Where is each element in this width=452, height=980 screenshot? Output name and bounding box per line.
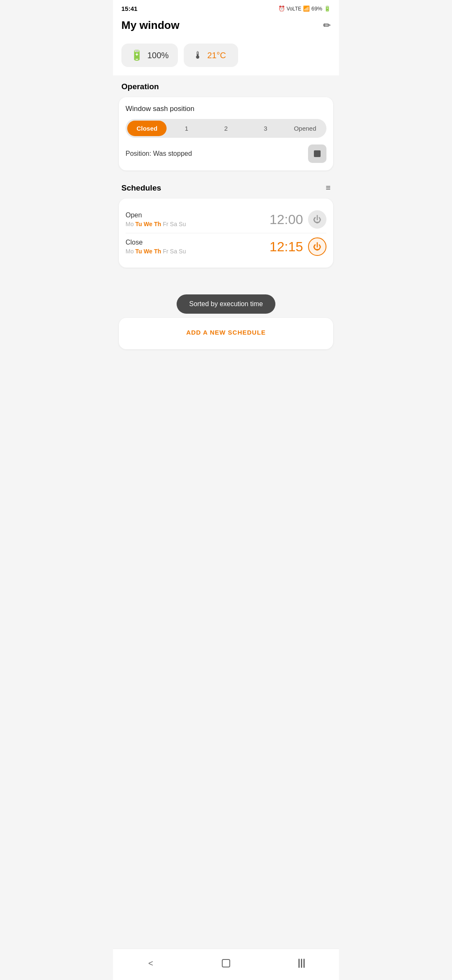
alarm-icon: ⏰ [278, 5, 285, 12]
day-su-close: Su [179, 248, 186, 255]
schedules-card: Open Mo Tu We Th Fr Sa Su 12:00 ⏻ [119, 199, 333, 268]
battery-value: 100% [147, 51, 169, 60]
day-tu-open: Tu [135, 221, 144, 227]
day-mo-open: Mo [126, 221, 135, 227]
day-we-open: We [144, 221, 154, 227]
status-time: 15:41 [121, 5, 137, 12]
day-su-open: Su [179, 221, 186, 227]
day-fr-open: Fr [163, 221, 170, 227]
day-sa-open: Sa [170, 221, 179, 227]
signal-icon: VoLTE [287, 6, 301, 12]
nav-home-button[interactable] [213, 955, 239, 972]
menu-lines-icon [298, 959, 305, 968]
power-off-icon-open: ⏻ [313, 215, 321, 224]
position-closed-btn[interactable]: Closed [127, 121, 167, 136]
position-selector: Closed 1 2 3 Opened [126, 119, 326, 138]
schedule-open-item: Open Mo Tu We Th Fr Sa Su 12:00 ⏻ [126, 206, 326, 233]
power-on-icon-close: ⏻ [313, 242, 321, 252]
schedule-close-right: 12:15 ⏻ [270, 237, 326, 256]
schedule-close-days: Mo Tu We Th Fr Sa Su [126, 248, 186, 255]
menu-line-1 [298, 959, 300, 968]
schedule-open-type: Open [126, 211, 186, 219]
day-fr-close: Fr [163, 248, 170, 255]
schedules-section-header: Schedules ≡ [113, 176, 339, 197]
schedule-open-left: Open Mo Tu We Th Fr Sa Su [126, 211, 186, 227]
day-th-open: Th [154, 221, 163, 227]
schedule-open-power-btn[interactable]: ⏻ [308, 210, 326, 229]
window-position-label: Window sash position [126, 105, 326, 113]
stop-button[interactable] [308, 144, 326, 163]
position-3-btn[interactable]: 3 [246, 121, 285, 136]
back-chevron-icon: < [148, 959, 153, 968]
temperature-card: 🌡 21°C [184, 44, 238, 67]
nav-menu-button[interactable] [289, 955, 314, 972]
position-1-btn[interactable]: 1 [167, 121, 206, 136]
day-th-close: Th [154, 248, 163, 255]
menu-line-3 [303, 959, 305, 968]
spacer [113, 273, 339, 290]
schedule-close-time: 12:15 [270, 239, 303, 255]
stop-icon [314, 150, 321, 157]
position-status-text: Position: Was stopped [126, 150, 192, 157]
position-2-btn[interactable]: 2 [206, 121, 246, 136]
day-tu-close: Tu [135, 248, 144, 255]
toast-message: Sorted by execution time [177, 294, 275, 314]
schedule-close-left: Close Mo Tu We Th Fr Sa Su [126, 239, 186, 255]
network-icon: 📶 [303, 5, 310, 12]
position-opened-btn[interactable]: Opened [285, 121, 325, 136]
schedule-open-days: Mo Tu We Th Fr Sa Su [126, 221, 186, 227]
schedule-close-type: Close [126, 239, 186, 246]
status-icons: ⏰ VoLTE 📶 69% 🔋 [278, 5, 331, 12]
schedule-open-time: 12:00 [270, 212, 303, 227]
thermometer-icon: 🌡 [193, 49, 203, 61]
schedule-close-power-btn[interactable]: ⏻ [308, 237, 326, 256]
battery-text: 69% [311, 5, 322, 12]
operation-label: Operation [121, 82, 159, 91]
page-title: My window [121, 19, 180, 32]
home-square-icon [222, 959, 230, 967]
schedule-open-right: 12:00 ⏻ [270, 210, 326, 229]
day-we-close: We [144, 248, 154, 255]
status-bar: 15:41 ⏰ VoLTE 📶 69% 🔋 [113, 0, 339, 15]
operation-section-title: Operation [113, 75, 339, 95]
nav-bar: < [113, 949, 339, 980]
nav-back-button[interactable]: < [138, 955, 163, 972]
day-sa-close: Sa [170, 248, 179, 255]
add-schedule-container: ADD A NEW SCHEDULE [119, 318, 333, 349]
edit-icon[interactable]: ✏ [323, 20, 331, 31]
schedule-close-item: Close Mo Tu We Th Fr Sa Su 12:15 ⏻ [126, 233, 326, 260]
operation-card: Window sash position Closed 1 2 3 Opened… [119, 97, 333, 170]
day-mo-close: Mo [126, 248, 135, 255]
menu-line-2 [301, 959, 302, 968]
info-cards-container: 🔋 100% 🌡 21°C [113, 39, 339, 75]
schedules-label: Schedules [121, 183, 161, 193]
toast-container: Sorted by execution time [113, 290, 339, 318]
add-schedule-button[interactable]: ADD A NEW SCHEDULE [125, 322, 327, 343]
battery-icon: 🔋 [324, 5, 331, 12]
app-header: My window ✏ [113, 15, 339, 39]
battery-card: 🔋 100% [121, 44, 178, 67]
position-status-row: Position: Was stopped [126, 144, 326, 163]
battery-card-icon: 🔋 [131, 49, 143, 61]
sort-filter-icon[interactable]: ≡ [326, 183, 331, 193]
temperature-value: 21°C [207, 51, 226, 60]
